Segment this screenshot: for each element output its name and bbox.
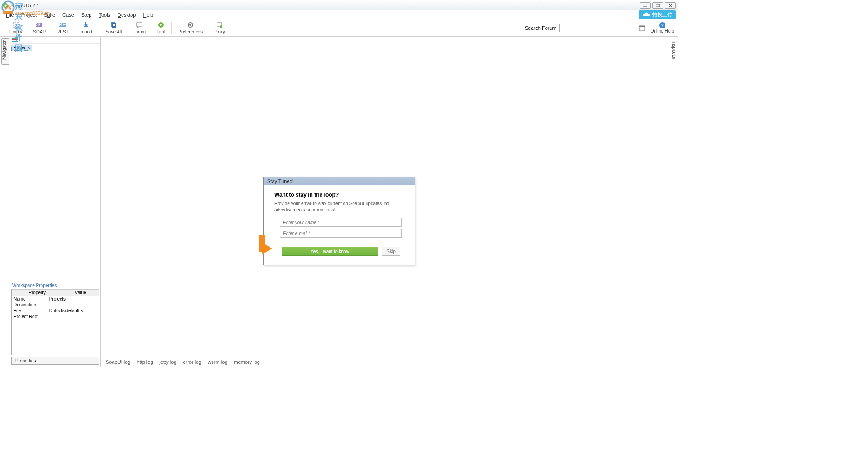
soap-button[interactable]: SO SOAP <box>28 19 51 36</box>
menu-help[interactable]: Help <box>139 11 157 19</box>
col-value: Value <box>62 290 99 296</box>
tree-root-projects[interactable]: Projects <box>11 45 32 51</box>
cloud-icon <box>642 12 651 18</box>
prop-row: Description <box>12 302 99 308</box>
search-options-icon[interactable] <box>639 25 645 31</box>
trial-icon <box>157 21 165 28</box>
dialog-description: Provide your email to stay current on So… <box>274 201 404 213</box>
window-controls <box>640 2 676 9</box>
gear-icon <box>187 21 194 28</box>
svg-point-17 <box>220 25 222 28</box>
proxy-button[interactable]: Proxy <box>208 19 231 36</box>
save-all-icon <box>110 21 117 28</box>
menu-tools[interactable]: Tools <box>95 11 114 19</box>
svg-point-1 <box>4 4 6 6</box>
prop-row: Project Root <box>12 314 99 320</box>
svg-rect-4 <box>13 22 19 28</box>
project-tree[interactable]: Projects <box>10 44 100 282</box>
menu-file[interactable]: File <box>2 11 18 19</box>
toolbar-separator <box>99 22 99 34</box>
svg-rect-9 <box>84 26 88 27</box>
search-forum-area: Search Forum <box>525 24 645 32</box>
dialog-body: Want to stay in the loop? Provide your e… <box>264 185 415 265</box>
dialog-heading: Want to stay in the loop? <box>274 192 404 198</box>
toolbar: Empty SO SOAP RE REST Import Save All Fo… <box>0 19 678 37</box>
svg-rect-3 <box>656 4 660 7</box>
menu-step[interactable]: Step <box>78 11 95 19</box>
rest-icon: RE <box>59 21 66 28</box>
properties-button[interactable]: Properties <box>11 357 99 365</box>
save-all-button[interactable]: Save All <box>100 19 127 36</box>
tree-view-icon[interactable] <box>12 38 18 42</box>
maximize-button[interactable] <box>652 2 663 9</box>
soap-icon: SO <box>36 21 43 28</box>
empty-button[interactable]: Empty <box>4 19 28 36</box>
online-help-button[interactable]: ? Online Help <box>651 22 674 33</box>
app-icon <box>2 2 9 9</box>
import-button[interactable]: Import <box>74 19 98 36</box>
log-http[interactable]: http log <box>137 359 153 365</box>
proxy-icon <box>216 21 223 28</box>
close-button[interactable] <box>665 2 676 9</box>
log-error[interactable]: error log <box>183 359 201 365</box>
minimize-button[interactable] <box>640 2 651 9</box>
preferences-button[interactable]: Preferences <box>173 19 208 36</box>
menu-suite[interactable]: Suite <box>40 11 59 19</box>
menu-case[interactable]: Case <box>59 11 78 19</box>
menu-project[interactable]: Project <box>18 11 40 19</box>
stay-tuned-dialog: Stay Tuned! Want to stay in the loop? Pr… <box>263 177 415 265</box>
menu-desktop[interactable]: Desktop <box>114 11 139 19</box>
import-icon <box>82 21 90 28</box>
log-wsrm[interactable]: wsrm log <box>208 359 227 365</box>
log-soapui[interactable]: SoapUI log <box>106 359 130 365</box>
col-property: Property <box>12 290 62 296</box>
navigator-tab[interactable]: Navigator <box>1 38 9 65</box>
forum-icon <box>136 21 143 28</box>
workspace-properties-table: Property Value NameProjects Description … <box>11 289 99 355</box>
titlebar: SoapUI 5.2.1 <box>0 0 678 10</box>
dialog-title[interactable]: Stay Tuned! <box>264 177 415 185</box>
forum-button[interactable]: Forum <box>127 19 151 36</box>
window-title: SoapUI 5.2.1 <box>10 3 640 8</box>
main-content: Navigator Projects Workspace Properties … <box>0 37 678 367</box>
inspector-tab[interactable]: Inspector <box>670 38 677 62</box>
svg-text:SO: SO <box>36 22 43 27</box>
svg-text:RE: RE <box>59 22 66 27</box>
log-bar: SoapUI log http log jetty log error log … <box>102 357 670 367</box>
menubar: File Project Suite Case Step Tools Deskt… <box>0 10 678 19</box>
yes-button[interactable]: Yes, I want to know <box>282 247 378 256</box>
name-input[interactable] <box>280 218 402 227</box>
svg-rect-2 <box>643 6 647 7</box>
log-jetty[interactable]: jetty log <box>160 359 177 365</box>
cloud-upload-label: 拖拽上传 <box>652 11 672 18</box>
help-icon: ? <box>659 22 665 28</box>
prop-row: NameProjects <box>12 296 99 302</box>
dialog-buttons: Yes, I want to know Skip <box>274 247 404 256</box>
empty-icon <box>12 21 19 28</box>
cloud-upload-button[interactable]: 拖拽上传 <box>639 10 676 19</box>
log-memory[interactable]: memory log <box>234 359 259 365</box>
svg-point-15 <box>189 24 191 26</box>
svg-rect-12 <box>113 24 115 26</box>
svg-rect-19 <box>639 26 645 27</box>
navigator-panel: Projects Workspace Properties Property V… <box>10 37 101 367</box>
skip-button[interactable]: Skip <box>382 247 400 256</box>
workspace-properties-header: Workspace Properties <box>10 282 100 289</box>
arrow-annotation <box>259 235 282 254</box>
toolbar-separator <box>171 22 172 34</box>
tree-toolbar <box>10 37 100 44</box>
rest-button[interactable]: RE REST <box>51 19 74 36</box>
trial-button[interactable]: Trial <box>151 19 170 36</box>
prop-row: FileD:\tools\default-s... <box>12 308 99 314</box>
search-input[interactable] <box>559 24 636 32</box>
search-label: Search Forum <box>525 25 557 31</box>
email-input[interactable] <box>280 229 402 238</box>
